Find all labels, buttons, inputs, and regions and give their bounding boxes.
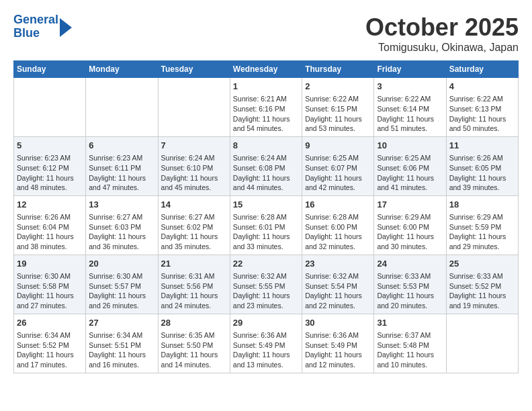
calendar-cell: 16Sunrise: 6:28 AMSunset: 6:00 PMDayligh… bbox=[302, 195, 374, 255]
calendar-cell: 24Sunrise: 6:33 AMSunset: 5:53 PMDayligh… bbox=[374, 255, 446, 314]
day-info-line: Sunset: 5:59 PM bbox=[449, 222, 515, 232]
calendar-header-row: SundayMondayTuesdayWednesdayThursdayFrid… bbox=[14, 61, 519, 78]
day-info-line: Sunrise: 6:32 AM bbox=[233, 271, 299, 281]
day-info-line: and 12 minutes. bbox=[305, 360, 371, 370]
day-number: 30 bbox=[305, 317, 371, 329]
calendar-cell bbox=[86, 78, 158, 137]
day-number: 7 bbox=[161, 140, 227, 152]
day-info-line: Sunrise: 6:24 AM bbox=[161, 153, 227, 163]
day-info-line: Sunset: 6:15 PM bbox=[305, 104, 371, 114]
day-info-line: and 27 minutes. bbox=[17, 301, 83, 311]
calendar-cell: 17Sunrise: 6:29 AMSunset: 6:00 PMDayligh… bbox=[374, 195, 446, 255]
day-info-line: and 42 minutes. bbox=[305, 183, 371, 193]
calendar-cell: 2Sunrise: 6:22 AMSunset: 6:15 PMDaylight… bbox=[302, 78, 374, 137]
day-info-line: Daylight: 11 hours bbox=[161, 173, 227, 183]
day-number: 3 bbox=[377, 81, 443, 93]
calendar-week-row: 26Sunrise: 6:34 AMSunset: 5:52 PMDayligh… bbox=[14, 314, 519, 373]
day-info-line: Sunset: 6:01 PM bbox=[233, 222, 299, 232]
day-info-line: Sunrise: 6:34 AM bbox=[89, 330, 154, 340]
calendar-table: SundayMondayTuesdayWednesdayThursdayFrid… bbox=[13, 60, 519, 373]
calendar-week-row: 19Sunrise: 6:30 AMSunset: 5:58 PMDayligh… bbox=[14, 255, 519, 314]
day-info-line: Sunrise: 6:31 AM bbox=[161, 271, 227, 281]
day-info-line: Daylight: 11 hours bbox=[449, 173, 515, 183]
day-info-line: Sunset: 6:00 PM bbox=[305, 222, 371, 232]
day-info-line: and 38 minutes. bbox=[17, 242, 83, 252]
day-info-line: and 53 minutes. bbox=[305, 124, 371, 134]
day-info-line: Sunrise: 6:29 AM bbox=[377, 212, 443, 222]
day-number: 15 bbox=[233, 199, 299, 211]
calendar-cell bbox=[14, 78, 86, 137]
day-info-line: and 22 minutes. bbox=[305, 301, 371, 311]
day-number: 22 bbox=[233, 258, 299, 270]
day-info-line: Sunset: 5:48 PM bbox=[377, 340, 443, 351]
day-info-line: and 19 minutes. bbox=[449, 301, 515, 311]
day-info-line: Sunrise: 6:25 AM bbox=[377, 153, 443, 163]
day-info-line: and 50 minutes. bbox=[449, 124, 515, 134]
day-number: 26 bbox=[17, 317, 83, 329]
calendar-cell: 5Sunrise: 6:23 AMSunset: 6:12 PMDaylight… bbox=[14, 136, 86, 195]
weekday-header: Monday bbox=[86, 61, 158, 78]
day-info-line: Sunset: 6:08 PM bbox=[233, 163, 299, 173]
calendar-cell bbox=[158, 78, 230, 137]
day-info-line: and 10 minutes. bbox=[377, 360, 443, 370]
calendar-cell: 22Sunrise: 6:32 AMSunset: 5:55 PMDayligh… bbox=[230, 255, 302, 314]
day-info-line: and 24 minutes. bbox=[161, 301, 227, 311]
day-info-line: and 51 minutes. bbox=[377, 124, 443, 134]
day-info-line: Daylight: 11 hours bbox=[449, 232, 515, 242]
day-info-line: Daylight: 11 hours bbox=[233, 173, 299, 183]
day-info-line: Sunrise: 6:30 AM bbox=[89, 271, 154, 281]
day-info-line: Sunset: 6:11 PM bbox=[89, 163, 154, 173]
day-info-line: and 45 minutes. bbox=[161, 183, 227, 193]
day-info-line: Daylight: 11 hours bbox=[233, 350, 299, 360]
calendar-cell: 28Sunrise: 6:35 AMSunset: 5:50 PMDayligh… bbox=[158, 314, 230, 373]
day-info-line: Sunrise: 6:26 AM bbox=[449, 153, 515, 163]
day-info-line: Daylight: 11 hours bbox=[377, 350, 443, 360]
day-info-line: Sunrise: 6:29 AM bbox=[449, 212, 515, 222]
calendar-cell: 20Sunrise: 6:30 AMSunset: 5:57 PMDayligh… bbox=[86, 255, 158, 314]
calendar-cell: 11Sunrise: 6:26 AMSunset: 6:05 PMDayligh… bbox=[446, 136, 518, 195]
calendar-cell: 6Sunrise: 6:23 AMSunset: 6:11 PMDaylight… bbox=[86, 136, 158, 195]
day-info-line: Daylight: 11 hours bbox=[161, 232, 227, 242]
day-info-line: Daylight: 11 hours bbox=[17, 291, 83, 301]
calendar-cell: 23Sunrise: 6:32 AMSunset: 5:54 PMDayligh… bbox=[302, 255, 374, 314]
calendar-cell: 9Sunrise: 6:25 AMSunset: 6:07 PMDaylight… bbox=[302, 136, 374, 195]
day-info-line: and 48 minutes. bbox=[17, 183, 83, 193]
day-info-line: Daylight: 11 hours bbox=[233, 232, 299, 242]
day-info-line: Sunrise: 6:37 AM bbox=[377, 330, 443, 340]
day-info-line: Daylight: 11 hours bbox=[449, 114, 515, 124]
day-info-line: and 17 minutes. bbox=[17, 360, 83, 370]
calendar-cell: 29Sunrise: 6:36 AMSunset: 5:49 PMDayligh… bbox=[230, 314, 302, 373]
day-info-line: Sunrise: 6:30 AM bbox=[17, 271, 83, 281]
logo-line2: Blue bbox=[13, 26, 40, 40]
calendar-cell: 7Sunrise: 6:24 AMSunset: 6:10 PMDaylight… bbox=[158, 136, 230, 195]
day-info-line: Sunset: 6:10 PM bbox=[161, 163, 227, 173]
day-info-line: Sunrise: 6:33 AM bbox=[449, 271, 515, 281]
day-info-line: Sunrise: 6:36 AM bbox=[233, 330, 299, 340]
calendar-cell: 3Sunrise: 6:22 AMSunset: 6:14 PMDaylight… bbox=[374, 78, 446, 137]
page-header: General Blue October 2025 Tomigusuku, Ok… bbox=[13, 13, 519, 54]
day-info-line: Sunset: 5:56 PM bbox=[161, 281, 227, 291]
day-info-line: and 54 minutes. bbox=[233, 124, 299, 134]
calendar-cell: 19Sunrise: 6:30 AMSunset: 5:58 PMDayligh… bbox=[14, 255, 86, 314]
day-info-line: and 14 minutes. bbox=[161, 360, 227, 370]
day-info-line: Daylight: 11 hours bbox=[89, 291, 154, 301]
day-number: 12 bbox=[17, 199, 83, 211]
logo-arrow-icon bbox=[60, 18, 72, 37]
day-info-line: Daylight: 11 hours bbox=[305, 173, 371, 183]
day-info-line: and 30 minutes. bbox=[377, 242, 443, 252]
day-info-line: Daylight: 11 hours bbox=[233, 291, 299, 301]
day-info-line: and 13 minutes. bbox=[233, 360, 299, 370]
day-number: 19 bbox=[17, 258, 83, 270]
day-info-line: Sunrise: 6:28 AM bbox=[305, 212, 371, 222]
calendar-cell: 25Sunrise: 6:33 AMSunset: 5:52 PMDayligh… bbox=[446, 255, 518, 314]
day-info-line: Daylight: 11 hours bbox=[89, 232, 154, 242]
calendar-cell: 18Sunrise: 6:29 AMSunset: 5:59 PMDayligh… bbox=[446, 195, 518, 255]
day-info-line: Daylight: 11 hours bbox=[377, 173, 443, 183]
day-info-line: Sunrise: 6:27 AM bbox=[161, 212, 227, 222]
day-info-line: Daylight: 11 hours bbox=[17, 173, 83, 183]
calendar-cell: 1Sunrise: 6:21 AMSunset: 6:16 PMDaylight… bbox=[230, 78, 302, 137]
day-number: 17 bbox=[377, 199, 443, 211]
day-number: 21 bbox=[161, 258, 227, 270]
day-info-line: Sunrise: 6:22 AM bbox=[305, 94, 371, 104]
day-info-line: Sunset: 6:00 PM bbox=[377, 222, 443, 232]
